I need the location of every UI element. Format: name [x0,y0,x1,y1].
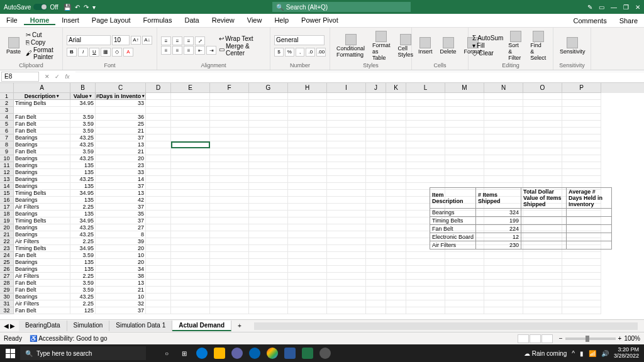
cell[interactable] [445,266,484,273]
col-header-C[interactable]: C [96,83,146,93]
cell[interactable] [249,252,288,259]
copy-button[interactable]: ⎘Copy [26,39,58,46]
cell[interactable]: Air Filters [14,273,70,280]
cell[interactable] [327,231,366,238]
cell[interactable] [366,293,386,300]
cell[interactable]: Air Filters [14,300,70,307]
menu-tab-view[interactable]: View [241,16,269,24]
cell[interactable] [523,252,562,259]
cell[interactable] [366,148,386,155]
add-sheet-button[interactable]: + [231,321,248,331]
cell[interactable] [249,155,288,162]
cell[interactable] [366,190,386,197]
cell[interactable] [146,169,171,176]
sensitivity-button[interactable]: Sensitivity [557,29,588,62]
row-header[interactable]: 12 [0,169,14,176]
paste-button[interactable]: Paste [4,29,23,62]
row-header[interactable]: 19 [0,217,14,224]
maximize-icon[interactable]: ❐ [623,4,629,11]
cell[interactable] [171,190,210,197]
task-view-icon[interactable]: ⊞ [176,345,192,361]
sheet-tab-simulation[interactable]: Simulation [67,321,110,331]
cell[interactable]: Bearings [14,224,70,231]
save-icon[interactable]: 💾 [64,4,71,11]
cell[interactable]: 33 [96,100,146,107]
cell[interactable] [146,211,171,217]
name-box[interactable]: E8 [1,72,39,82]
cell[interactable] [523,169,562,176]
cell[interactable] [288,259,327,266]
cell[interactable] [171,176,210,183]
cell[interactable] [171,148,210,155]
cell[interactable] [327,238,366,245]
cell[interactable]: 10 [96,252,146,259]
cell[interactable]: 43.25 [70,134,96,141]
summary-cell[interactable] [567,217,612,225]
share-button[interactable]: Share [613,14,644,27]
explorer-icon[interactable] [211,345,228,361]
cell[interactable] [445,307,484,314]
cell[interactable] [445,176,484,183]
cell[interactable] [327,197,366,204]
cell[interactable]: Bearings [14,169,70,176]
cell[interactable] [366,100,386,107]
cell[interactable] [484,273,523,280]
cell[interactable] [210,93,249,100]
cell[interactable] [327,114,366,121]
dec-decimal-icon[interactable]: .00 [316,48,326,57]
menu-tab-file[interactable]: File [0,16,24,24]
cell[interactable] [171,293,210,300]
summary-cell[interactable] [521,233,567,241]
weather-tray[interactable]: ☁ Rain coming [524,350,567,357]
cell[interactable] [406,128,445,134]
cell[interactable] [288,287,327,293]
zoom-slider[interactable] [565,337,616,340]
cell[interactable] [249,224,288,231]
undo-icon[interactable]: ↶ [75,4,80,11]
summary-cell[interactable] [521,225,567,233]
cell[interactable] [327,259,366,266]
cell[interactable]: 35 [96,211,146,217]
summary-cell[interactable] [567,241,612,250]
row-header[interactable]: 16 [0,197,14,204]
cell[interactable] [386,114,406,121]
cell[interactable] [171,238,210,245]
cell[interactable]: 125 [70,307,96,314]
cell[interactable] [445,287,484,293]
cell[interactable] [445,259,484,266]
cell[interactable]: 39 [96,238,146,245]
cell[interactable]: 3.59 [70,287,96,293]
cell[interactable] [445,107,484,114]
cell[interactable] [288,300,327,307]
cell[interactable]: 10 [96,293,146,300]
menu-tab-power-pivot[interactable]: Power Pivot [295,16,345,24]
summary-cell[interactable]: 12 [476,233,521,241]
cell[interactable] [366,211,386,217]
cell[interactable] [146,287,171,293]
cell[interactable] [146,134,171,141]
cell[interactable]: Fan Belt [14,148,70,155]
col-header-B[interactable]: B [70,83,96,93]
cell[interactable] [445,155,484,162]
summary-cell[interactable]: Electronic Board [430,233,476,241]
align-left-icon[interactable]: ≡ [161,46,171,55]
cell[interactable] [406,141,445,148]
cell[interactable] [288,121,327,128]
cell[interactable] [406,100,445,107]
cell[interactable] [366,266,386,273]
cell[interactable] [327,224,366,231]
cell[interactable] [171,231,210,238]
cell[interactable] [406,162,445,169]
cell[interactable] [523,128,562,134]
cell[interactable]: 25 [96,121,146,128]
cell[interactable]: 36 [96,114,146,121]
percent-icon[interactable]: % [285,48,294,57]
cell[interactable] [249,148,288,155]
cell[interactable] [386,245,406,252]
zoom-level[interactable]: 100% [624,335,640,342]
row-header[interactable]: 24 [0,252,14,259]
comma-icon[interactable]: , [296,48,305,57]
align-center-icon[interactable]: ≡ [172,46,182,55]
cell[interactable]: 42 [96,197,146,204]
cell[interactable] [249,93,288,100]
